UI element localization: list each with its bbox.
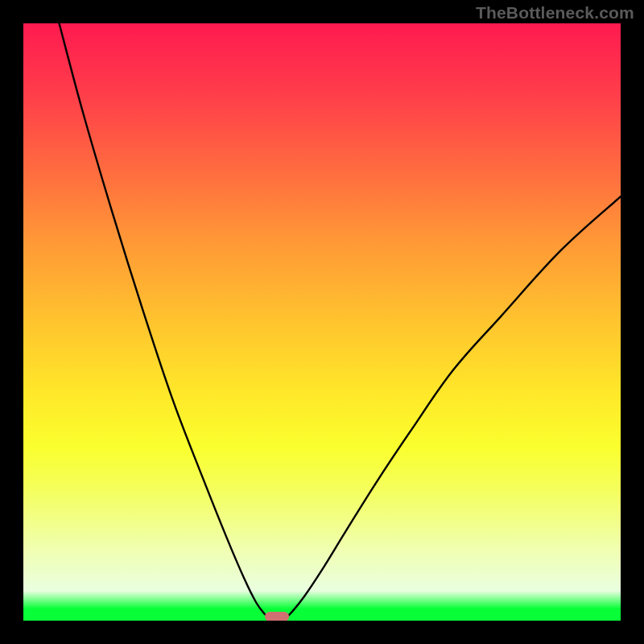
plot-area	[23, 23, 621, 621]
curve-left-branch	[60, 23, 271, 621]
chart-frame: TheBottleneck.com	[0, 0, 644, 644]
bottleneck-marker	[265, 612, 289, 621]
curve-layer	[23, 23, 621, 621]
curve-right-branch	[283, 196, 621, 621]
watermark-text: TheBottleneck.com	[476, 3, 634, 23]
